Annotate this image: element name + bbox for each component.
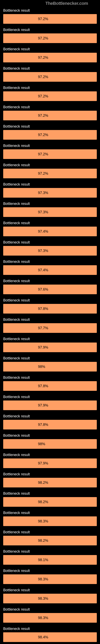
row-label-wrap: Bottleneck result <box>3 511 97 515</box>
result-value: 97.9% <box>38 345 48 350</box>
result-row: Bottleneck result98.3% <box>3 511 97 526</box>
result-row: Bottleneck result98.3% <box>3 588 97 603</box>
result-value: 97.8% <box>38 384 48 388</box>
result-row: Bottleneck result97.6% <box>3 279 97 294</box>
result-value: 97.9% <box>38 461 48 466</box>
row-label: Bottleneck result <box>3 8 30 13</box>
row-label-wrap: Bottleneck result <box>3 376 97 380</box>
result-value: 97.2% <box>38 172 48 176</box>
row-label-wrap: Bottleneck result <box>3 472 97 476</box>
row-label: Bottleneck result <box>3 221 30 225</box>
result-value: 97.2% <box>38 36 48 40</box>
result-bar: 98.1% <box>3 555 97 565</box>
result-row: Bottleneck result98% <box>3 434 97 449</box>
result-value: 97.3% <box>38 191 48 195</box>
result-bar: 98.3% <box>3 516 97 526</box>
result-value: 97.9% <box>38 403 48 408</box>
result-bar: 97.3% <box>3 188 97 198</box>
row-label: Bottleneck result <box>3 47 30 51</box>
row-label: Bottleneck result <box>3 202 30 206</box>
row-label-wrap: Bottleneck result <box>3 221 97 225</box>
result-value: 97.2% <box>38 94 48 98</box>
result-row: Bottleneck result98.3% <box>3 569 97 584</box>
row-label-wrap: Bottleneck result <box>3 144 97 148</box>
result-bar: 98.2% <box>3 478 97 488</box>
row-label-wrap: Bottleneck result <box>3 28 97 32</box>
row-label: Bottleneck result <box>3 492 30 496</box>
result-value: 97.2% <box>38 133 48 137</box>
result-value: 98.1% <box>38 558 48 562</box>
row-label-wrap: Bottleneck result <box>3 260 97 264</box>
result-list: Bottleneck result97.2%Bottleneck result9… <box>0 8 100 644</box>
result-row: Bottleneck result98% <box>3 356 97 372</box>
result-bar: 98.3% <box>3 594 97 603</box>
row-label-wrap: Bottleneck result <box>3 627 97 631</box>
result-row: Bottleneck result97.2% <box>3 28 97 43</box>
row-label-wrap: Bottleneck result <box>3 182 97 186</box>
result-row: Bottleneck result98.2% <box>3 530 97 546</box>
result-value: 98.4% <box>38 635 48 639</box>
row-label: Bottleneck result <box>3 627 30 631</box>
result-row: Bottleneck result98.3% <box>3 607 97 623</box>
result-bar: 98.2% <box>3 497 97 507</box>
row-label: Bottleneck result <box>3 472 30 476</box>
result-value: 98.3% <box>38 596 48 601</box>
site-name: TheBottlenecker.com <box>46 1 88 6</box>
result-value: 97.6% <box>38 288 48 292</box>
result-row: Bottleneck result97.2% <box>3 144 97 159</box>
row-label-wrap: Bottleneck result <box>3 202 97 206</box>
row-label-wrap: Bottleneck result <box>3 453 97 457</box>
result-bar: 97.7% <box>3 323 97 333</box>
row-label: Bottleneck result <box>3 28 30 32</box>
result-row: Bottleneck result97.9% <box>3 453 97 468</box>
row-label-wrap: Bottleneck result <box>3 434 97 438</box>
result-row: Bottleneck result97.2% <box>3 66 97 82</box>
result-row: Bottleneck result97.2% <box>3 105 97 120</box>
result-value: 97.2% <box>38 75 48 79</box>
row-label-wrap: Bottleneck result <box>3 66 97 71</box>
result-bar: 97.6% <box>3 284 97 294</box>
row-label: Bottleneck result <box>3 66 30 71</box>
row-label: Bottleneck result <box>3 298 30 302</box>
result-bar: 98.3% <box>3 613 97 623</box>
row-label: Bottleneck result <box>3 607 30 612</box>
row-label-wrap: Bottleneck result <box>3 588 97 592</box>
result-bar: 97.2% <box>3 91 97 101</box>
row-label-wrap: Bottleneck result <box>3 492 97 496</box>
row-label: Bottleneck result <box>3 163 30 167</box>
result-bar: 97.9% <box>3 400 97 410</box>
row-label-wrap: Bottleneck result <box>3 279 97 283</box>
row-label-wrap: Bottleneck result <box>3 163 97 167</box>
result-bar: 97.2% <box>3 53 97 62</box>
result-row: Bottleneck result98.2% <box>3 492 97 507</box>
result-bar: 97.3% <box>3 246 97 256</box>
result-value: 97.4% <box>38 268 48 272</box>
result-bar: 97.2% <box>3 169 97 178</box>
row-label: Bottleneck result <box>3 337 30 341</box>
result-bar: 98% <box>3 362 97 372</box>
row-label-wrap: Bottleneck result <box>3 395 97 399</box>
row-label: Bottleneck result <box>3 395 30 399</box>
result-row: Bottleneck result97.2% <box>3 47 97 62</box>
row-label: Bottleneck result <box>3 376 30 380</box>
result-bar: 98.3% <box>3 574 97 584</box>
row-label-wrap: Bottleneck result <box>3 47 97 51</box>
row-label-wrap: Bottleneck result <box>3 550 97 554</box>
result-value: 97.8% <box>38 422 48 427</box>
row-label: Bottleneck result <box>3 105 30 109</box>
result-row: Bottleneck result98.1% <box>3 550 97 565</box>
result-value: 98.2% <box>38 500 48 504</box>
row-label-wrap: Bottleneck result <box>3 124 97 128</box>
result-value: 98% <box>38 365 45 369</box>
row-label: Bottleneck result <box>3 550 30 554</box>
row-label-wrap: Bottleneck result <box>3 414 97 418</box>
result-value: 97.8% <box>38 307 48 311</box>
result-value: 98.2% <box>38 538 48 543</box>
result-bar: 97.2% <box>3 34 97 43</box>
result-bar: 97.8% <box>3 420 97 430</box>
result-value: 97.2% <box>38 152 48 156</box>
result-bar: 97.3% <box>3 207 97 217</box>
result-row: Bottleneck result97.8% <box>3 414 97 430</box>
result-row: Bottleneck result97.8% <box>3 376 97 391</box>
result-row: Bottleneck result97.2% <box>3 163 97 178</box>
